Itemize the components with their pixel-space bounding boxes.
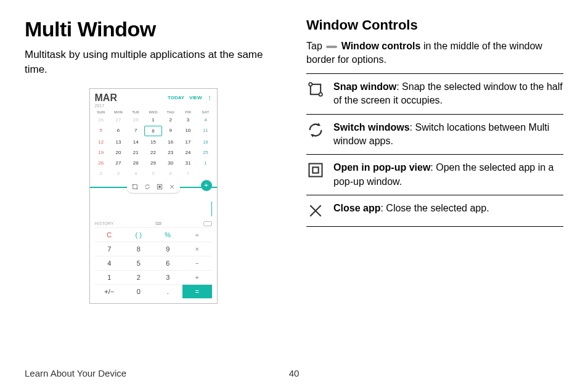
more-icon: ⋮ bbox=[207, 95, 212, 100]
calendar-today: TODAY bbox=[168, 95, 184, 100]
controls-list: Snap window: Snap the selected window to… bbox=[306, 73, 563, 227]
window-controls-handle-icon bbox=[326, 46, 337, 48]
close-app-icon bbox=[306, 202, 325, 220]
calc-backspace-icon bbox=[203, 221, 212, 226]
calc-history-label: HISTORY bbox=[95, 221, 114, 226]
footer-section: Learn About Your Device bbox=[25, 368, 126, 378]
snap-icon bbox=[132, 184, 138, 191]
phone-illustration: MAR TODAY VIEW ⋮ 2017 SUN MON TUE WED TH… bbox=[89, 88, 218, 304]
svg-point-1 bbox=[132, 184, 133, 185]
svg-rect-0 bbox=[133, 184, 137, 189]
control-name: Switch windows bbox=[333, 122, 410, 133]
close-icon bbox=[169, 184, 175, 191]
svg-point-7 bbox=[319, 92, 322, 96]
page-footer: Learn About Your Device 40 bbox=[25, 368, 563, 378]
control-name: Snap window bbox=[333, 81, 396, 92]
page-title: Multi Window bbox=[25, 17, 282, 41]
calc-keypad: C ( ) % ÷ 7 8 9 × 4 5 6 − 1 2 3 + +/− bbox=[95, 227, 212, 298]
tap-instruction: Tap Window controls in the middle of the… bbox=[306, 39, 563, 67]
control-name: Close app bbox=[333, 203, 380, 213]
control-name: Open in pop-up view bbox=[333, 162, 430, 173]
switch-icon bbox=[144, 184, 150, 191]
svg-rect-9 bbox=[312, 168, 318, 173]
svg-point-6 bbox=[309, 83, 312, 86]
svg-point-2 bbox=[136, 188, 137, 189]
window-controls-pill bbox=[127, 182, 180, 193]
window-divider bbox=[90, 187, 217, 199]
snap-window-icon bbox=[306, 80, 325, 99]
control-desc: : Close the selected app. bbox=[380, 203, 489, 213]
control-popup-view: Open in pop-up view: Open the selected a… bbox=[306, 154, 563, 195]
popup-view-icon bbox=[306, 161, 325, 179]
calendar-year: 2017 bbox=[90, 104, 217, 108]
calc-display bbox=[95, 202, 212, 216]
page-subtitle: Multitask by using multiple applications… bbox=[25, 47, 282, 77]
svg-rect-8 bbox=[309, 164, 322, 177]
control-snap-window: Snap window: Snap the selected window to… bbox=[306, 73, 563, 114]
popup-icon bbox=[157, 184, 163, 191]
section-title: Window Controls bbox=[306, 17, 563, 33]
svg-rect-4 bbox=[158, 186, 160, 187]
control-switch-windows: Switch windows: Switch locations between… bbox=[306, 114, 563, 155]
control-close-app: Close app: Close the selected app. bbox=[306, 195, 563, 227]
calendar-month: MAR bbox=[95, 92, 117, 104]
footer-page-number: 40 bbox=[289, 368, 300, 378]
switch-windows-icon bbox=[306, 121, 325, 139]
calendar-view: VIEW bbox=[189, 95, 202, 100]
calendar-grid: SUN MON TUE WED THU FRI SAT 2627281234 5… bbox=[90, 108, 217, 179]
